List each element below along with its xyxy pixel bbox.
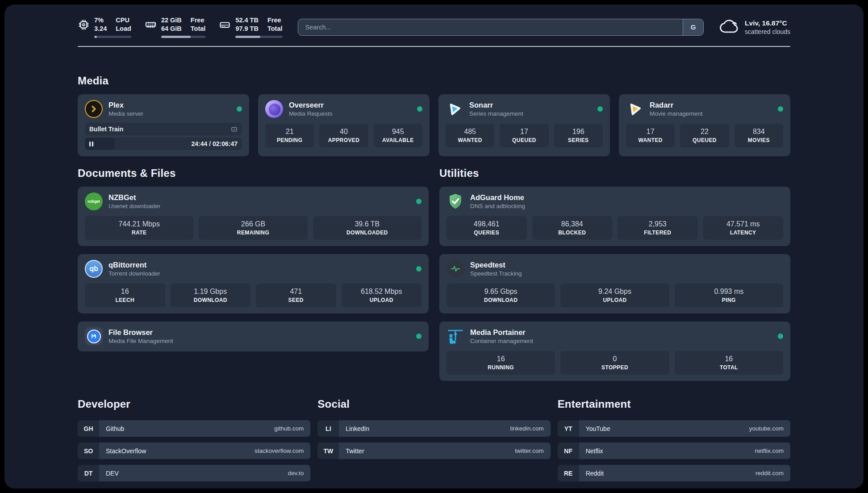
weather-widget: Lviv, 16.87°C scattered clouds <box>719 18 790 37</box>
stat-running: 16 RUNNING <box>447 351 555 375</box>
stat-value: 39.6 TB <box>316 219 419 229</box>
now-playing-title: Bullet Train <box>89 125 123 133</box>
disk-progress-bar <box>235 36 282 38</box>
stat-value: 21 <box>268 127 311 136</box>
stat-label: SEED <box>259 297 334 304</box>
stat-label: REMAINING <box>201 229 305 236</box>
app-card-portainer[interactable]: Media Portainer Container management 16 … <box>439 322 790 381</box>
stat-series: 196 SERIES <box>554 124 603 147</box>
status-indicator <box>778 106 783 112</box>
app-name: Media Portainer <box>470 328 533 337</box>
section-title-media: Media <box>78 75 790 87</box>
app-subtitle: Speedtest Tracking <box>470 270 522 278</box>
stat-value: 618.52 Mbps <box>344 287 419 296</box>
bookmark-twitter[interactable]: TW Twitter twitter.com <box>317 443 550 459</box>
search-engine-button[interactable]: G <box>683 19 703 35</box>
bookmark-group-developer: Developer GH Github github.com SO StackO… <box>78 398 310 481</box>
disk-free-value: 52.4 TB <box>235 16 259 25</box>
search-input[interactable] <box>298 19 683 35</box>
stat-movies: 834 MOVIES <box>734 124 783 147</box>
app-name: NZBGet <box>108 193 160 202</box>
stat-rate: 744.21 Mbps RATE <box>85 216 193 240</box>
pause-icon <box>89 142 93 146</box>
app-name: File Browser <box>108 328 173 337</box>
app-name: Plex <box>108 100 143 110</box>
bookmark-name: Netflix <box>586 447 603 455</box>
cpu-usage-label: CPU <box>116 16 131 25</box>
search-bar: G <box>298 19 704 36</box>
stat-label: FILTERED <box>620 229 695 236</box>
stat-label: BLOCKED <box>535 229 610 236</box>
status-indicator <box>416 266 421 272</box>
app-card-sonarr[interactable]: Sonarr Series management 485 WANTED 17 Q… <box>438 94 610 156</box>
app-card-plex[interactable]: Plex Media server Bullet Train <box>78 94 249 156</box>
bookmark-stackoverflow[interactable]: SO StackOverflow stackoverflow.com <box>78 443 310 459</box>
bookmark-url: reddit.com <box>755 470 784 476</box>
bookmark-group-entertainment: Entertainment YT YouTube youtube.com NF … <box>558 398 790 481</box>
stat-label: LEECH <box>88 297 163 304</box>
bookmark-name: LinkedIn <box>346 425 369 432</box>
stat-label: QUEUED <box>502 137 546 144</box>
bookmark-reddit[interactable]: RE Reddit reddit.com <box>558 465 790 481</box>
status-indicator <box>237 106 242 112</box>
section-title-social: Social <box>317 398 550 410</box>
stat-label: RUNNING <box>449 364 552 371</box>
header-divider <box>78 46 790 47</box>
ram-free-label: Free <box>191 16 206 25</box>
app-card-filebrowser[interactable]: File Browser Media File Management <box>78 322 429 351</box>
bookmark-name: StackOverflow <box>106 447 146 455</box>
stat-value: 945 <box>376 127 420 136</box>
stat-value: 17 <box>629 127 672 136</box>
app-card-qbittorrent[interactable]: qb qBittorrent Torrent downloader 16 LEE… <box>78 254 429 313</box>
app-card-overseerr[interactable]: Overseerr Media Requests 21 PENDING 40 A… <box>258 94 430 156</box>
nzbget-icon: nzbget <box>85 192 103 210</box>
bookmark-url: netflix.com <box>755 447 784 454</box>
status-indicator <box>778 334 783 339</box>
stat-value: 9.24 Gbps <box>563 287 666 296</box>
section-title-utilities: Utilities <box>439 167 790 180</box>
stat-download: 1.19 Gbps DOWNLOAD <box>171 284 251 307</box>
stat-label: STOPPED <box>563 364 666 371</box>
bookmark-abbr: YT <box>558 420 579 437</box>
stat-value: 471 <box>259 287 334 296</box>
stat-value: 17 <box>502 127 546 136</box>
documents-column: Documents & Files nzbget NZBGet Usenet d… <box>78 167 429 381</box>
bookmark-linkedin[interactable]: LI LinkedIn linkedin.com <box>317 420 550 437</box>
app-card-adguard[interactable]: AdGuard Home DNS and adblocking 498,461 … <box>439 187 790 246</box>
ram-total-label: Total <box>191 25 206 33</box>
bookmark-url: linkedin.com <box>510 425 544 432</box>
app-subtitle: Movie management <box>650 110 703 118</box>
status-indicator <box>416 334 421 339</box>
stat-upload: 9.24 Gbps UPLOAD <box>560 284 669 307</box>
disk-icon <box>219 19 231 31</box>
cpu-icon <box>78 19 90 31</box>
disk-stat: 52.4 TB 97.9 TB Free Total <box>219 16 282 38</box>
stat-value: 744.21 Mbps <box>88 219 191 229</box>
bookmark-name: YouTube <box>586 425 610 432</box>
bookmark-github[interactable]: GH Github github.com <box>78 420 310 437</box>
bookmark-youtube[interactable]: YT YouTube youtube.com <box>558 420 790 437</box>
bookmark-netflix[interactable]: NF Netflix netflix.com <box>558 443 790 459</box>
app-card-radarr[interactable]: Radarr Movie management 17 WANTED 22 QUE… <box>619 94 790 156</box>
app-name: qBittorrent <box>108 260 160 270</box>
stat-stopped: 0 STOPPED <box>560 351 669 375</box>
stat-label: UPLOAD <box>344 297 419 304</box>
app-subtitle: Media File Management <box>108 337 173 345</box>
app-name: AdGuard Home <box>470 193 525 202</box>
app-name: Sonarr <box>469 100 523 110</box>
stat-value: 16 <box>88 287 163 296</box>
stat-value: 16 <box>677 354 780 363</box>
app-card-nzbget[interactable]: nzbget NZBGet Usenet downloader 744.21 M… <box>78 187 429 246</box>
bookmark-url: twitter.com <box>515 447 544 454</box>
plex-icon <box>85 100 103 118</box>
stat-value: 2,953 <box>620 219 695 229</box>
cpu-load-value: 3.24 <box>94 25 107 33</box>
bookmark-abbr: SO <box>78 443 99 459</box>
stat-label: MOVIES <box>737 137 780 144</box>
stat-value: 9.65 Gbps <box>449 287 552 296</box>
stat-label: RATE <box>88 229 191 236</box>
stat-label: QUERIES <box>449 229 524 236</box>
app-card-speedtest[interactable]: Speedtest Speedtest Tracking 9.65 Gbps D… <box>439 254 790 313</box>
bookmark-dev[interactable]: DT DEV dev.to <box>78 465 310 481</box>
stat-label: PENDING <box>268 137 311 144</box>
